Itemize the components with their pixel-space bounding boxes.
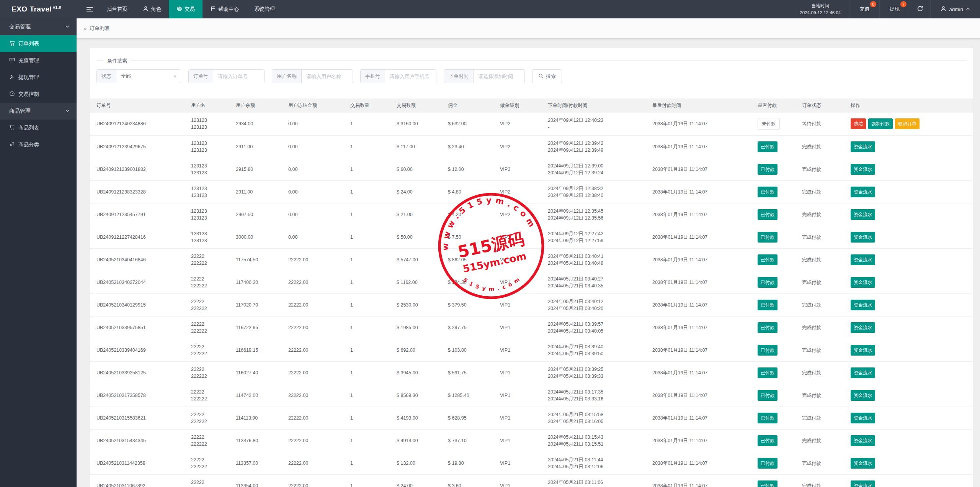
breadcrumb: » 订单列表: [77, 18, 980, 38]
action-button-fund-flow[interactable]: 资金流水: [851, 322, 875, 333]
pay-status-badge[interactable]: 已付款: [758, 322, 777, 333]
phone-input[interactable]: [385, 70, 436, 83]
nav-label: 角色: [151, 6, 161, 13]
chevron-down-icon: [65, 108, 70, 114]
balance-cell: 2911.00: [231, 135, 284, 158]
frozen-amount-cell: 22222.00: [284, 248, 346, 271]
action-button-fund-flow[interactable]: 资金流水: [851, 435, 875, 446]
actions-cell: 资金流水: [846, 180, 973, 203]
group-label: 商品管理: [9, 108, 31, 115]
last-pay-time-cell: 2038年01月19日 11:14:07: [648, 203, 753, 226]
pay-status-badge[interactable]: 已付款: [758, 277, 777, 288]
trade-amount-cell: $ 24.00: [392, 474, 443, 487]
nav-item-trade[interactable]: 交易: [169, 0, 203, 18]
username-cell: 22222222222: [186, 339, 231, 361]
pay-status-badge[interactable]: 已付款: [758, 164, 777, 175]
pay-status-cell: 已付款: [753, 248, 797, 271]
sidebar-group-trade-management[interactable]: 交易管理: [0, 18, 77, 35]
pay-status-badge[interactable]: 已付款: [758, 413, 777, 423]
pay-status-badge[interactable]: 已付款: [758, 232, 777, 243]
order-time-cell: 2024年05月21日 03:15:432024年05月21日 03:15:51: [543, 429, 648, 452]
sidebar-item-product-category[interactable]: 商品分类: [0, 136, 77, 153]
action-button-fund-flow[interactable]: 资金流水: [851, 480, 875, 487]
action-button-fund-flow[interactable]: 资金流水: [851, 164, 875, 175]
order-time-input[interactable]: [474, 70, 524, 83]
table-row: UB240521033925812522222222222116027.4022…: [90, 361, 973, 384]
username-input[interactable]: [302, 70, 353, 83]
vip-level-cell: VIP1: [495, 226, 543, 248]
trade-amount-cell: $ 8569.30: [392, 384, 443, 407]
order-no-cell: UB2405210340416846: [90, 248, 186, 271]
nav-label: 后台首页: [107, 6, 127, 13]
sidebar-item-recharge-management[interactable]: 充值管理: [0, 52, 77, 69]
pay-status-badge[interactable]: 已付款: [758, 300, 777, 310]
refresh-button[interactable]: [910, 0, 930, 18]
pay-status-badge[interactable]: 已付款: [758, 458, 777, 469]
action-button-fund-flow[interactable]: 资金流水: [851, 209, 875, 220]
user-menu[interactable]: admin: [930, 0, 980, 18]
orders-table: 订单号用户名用户余额用户冻结金额交易数量交易数额佣金做单级别下单时间/付款时间最…: [90, 98, 973, 487]
vip-level-cell: VIP1: [495, 384, 543, 407]
order-no-input[interactable]: [213, 70, 264, 83]
trade-qty-cell: 1: [346, 158, 392, 180]
recharge-link[interactable]: 充值 0: [849, 0, 879, 18]
commission-cell: $ 1285.40: [443, 384, 495, 407]
order-status-cell: 完成付款: [797, 316, 846, 339]
action-button-fund-flow[interactable]: 资金流水: [851, 232, 875, 243]
nav-item-roles[interactable]: 角色: [135, 0, 169, 18]
pay-status-badge[interactable]: 已付款: [758, 345, 777, 356]
recharge-label: 充值: [859, 6, 869, 13]
actions-cell: 资金流水: [846, 384, 973, 407]
pay-status-badge[interactable]: 已付款: [758, 480, 777, 487]
pay-status-badge[interactable]: 已付款: [758, 390, 777, 401]
sidebar-item-withdraw-management[interactable]: 提现管理: [0, 69, 77, 86]
search-button[interactable]: 搜索: [532, 69, 562, 83]
action-button-fund-flow[interactable]: 资金流水: [851, 367, 875, 378]
person-icon: [143, 6, 149, 13]
action-button-fund-flow[interactable]: 资金流水: [851, 413, 875, 423]
order-status-cell: 完成付款: [797, 271, 846, 294]
action-button-fund-flow[interactable]: 资金流水: [851, 345, 875, 356]
pay-status-badge[interactable]: 已付款: [758, 209, 777, 220]
action-button-fund-flow[interactable]: 资金流水: [851, 390, 875, 401]
balance-cell: 117400.20: [231, 271, 284, 294]
sidebar-group-product-management[interactable]: 商品管理: [0, 103, 77, 120]
action-button-fund-flow[interactable]: 资金流水: [851, 141, 875, 152]
action-button-fund-flow[interactable]: 资金流水: [851, 458, 875, 469]
frozen-amount-cell: 22222.00: [284, 474, 346, 487]
sidebar-item-trade-control[interactable]: 交易控制: [0, 86, 77, 103]
table-row: UB24091212390018821231231231232915.800.0…: [90, 158, 973, 180]
nav-item-system[interactable]: 系统管理: [247, 0, 283, 18]
action-button-force-pay[interactable]: 强制付款: [868, 118, 893, 129]
phone-label: 手机号: [361, 70, 385, 83]
action-button-fund-flow[interactable]: 资金流水: [851, 300, 875, 310]
nav-item-help-center[interactable]: 帮助中心: [203, 0, 247, 18]
action-button-freeze[interactable]: 冻结: [851, 118, 866, 129]
username-cell: 22222222222: [186, 316, 231, 339]
action-button-fund-flow[interactable]: 资金流水: [851, 277, 875, 288]
action-button-fund-flow[interactable]: 资金流水: [851, 187, 875, 197]
pay-status-badge[interactable]: 已付款: [758, 141, 777, 152]
nav-item-dashboard[interactable]: 后台首页: [99, 0, 135, 18]
balance-cell: 114742.00: [231, 384, 284, 407]
pay-status-badge[interactable]: 已付款: [758, 435, 777, 446]
actions-group: 资金流水: [851, 257, 877, 262]
pay-status-badge[interactable]: 未付款: [758, 118, 780, 130]
sidebar-item-order-list[interactable]: 订单列表: [0, 35, 77, 52]
order-no-cell: UB2409121239001882: [90, 158, 186, 180]
actions-cell: 资金流水: [846, 316, 973, 339]
status-select[interactable]: 全部 ▼: [116, 70, 181, 83]
action-button-cancel-order[interactable]: 取消订单: [895, 118, 920, 129]
pay-status-badge[interactable]: 已付款: [758, 187, 777, 197]
sidebar-toggle-icon[interactable]: [80, 0, 99, 18]
sidebar-item-product-list[interactable]: 商品列表: [0, 120, 77, 136]
pay-status-badge[interactable]: 已付款: [758, 367, 777, 378]
pay-status-badge[interactable]: 已付款: [758, 254, 777, 265]
actions-cell: 资金流水: [846, 271, 973, 294]
action-button-fund-flow[interactable]: 资金流水: [851, 254, 875, 265]
actions-cell: 资金流水: [846, 248, 973, 271]
table-row: UB240521031558362122222222222114113.9022…: [90, 407, 973, 429]
order-status-cell: 完成付款: [797, 180, 846, 203]
pay-status-cell: 已付款: [753, 271, 797, 294]
withdraw-link[interactable]: 提现 7: [879, 0, 910, 18]
